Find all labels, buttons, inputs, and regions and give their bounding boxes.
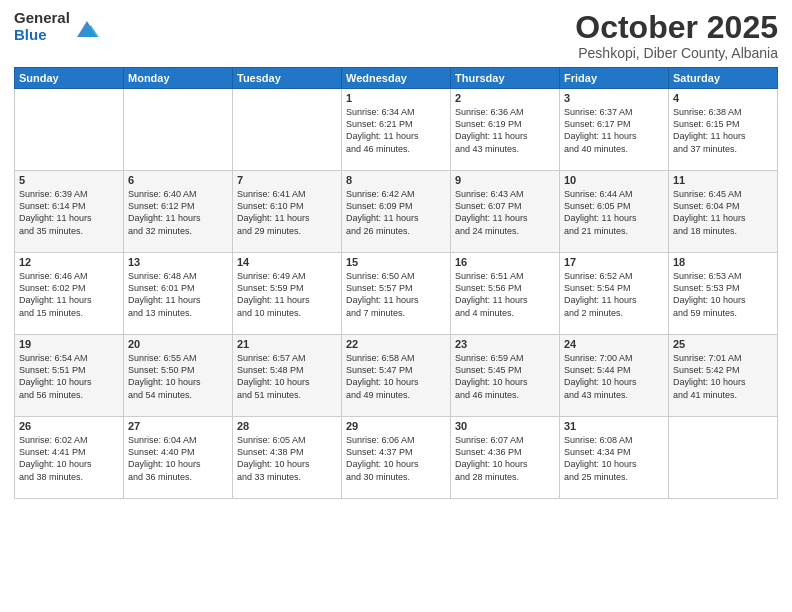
calendar-cell: 5Sunrise: 6:39 AM Sunset: 6:14 PM Daylig… — [15, 171, 124, 253]
day-info: Sunrise: 7:00 AM Sunset: 5:44 PM Dayligh… — [564, 352, 664, 401]
calendar-cell: 13Sunrise: 6:48 AM Sunset: 6:01 PM Dayli… — [124, 253, 233, 335]
day-info: Sunrise: 6:52 AM Sunset: 5:54 PM Dayligh… — [564, 270, 664, 319]
weekday-header-sunday: Sunday — [15, 68, 124, 89]
logo-text: General Blue — [14, 10, 70, 43]
calendar-cell: 12Sunrise: 6:46 AM Sunset: 6:02 PM Dayli… — [15, 253, 124, 335]
subtitle: Peshkopi, Diber County, Albania — [575, 45, 778, 61]
weekday-header-monday: Monday — [124, 68, 233, 89]
calendar-week-row: 1Sunrise: 6:34 AM Sunset: 6:21 PM Daylig… — [15, 89, 778, 171]
day-info: Sunrise: 6:45 AM Sunset: 6:04 PM Dayligh… — [673, 188, 773, 237]
page: General Blue October 2025 Peshkopi, Dibe… — [0, 0, 792, 612]
calendar-cell: 21Sunrise: 6:57 AM Sunset: 5:48 PM Dayli… — [233, 335, 342, 417]
day-number: 13 — [128, 256, 228, 268]
day-number: 8 — [346, 174, 446, 186]
day-info: Sunrise: 7:01 AM Sunset: 5:42 PM Dayligh… — [673, 352, 773, 401]
calendar-cell: 31Sunrise: 6:08 AM Sunset: 4:34 PM Dayli… — [560, 417, 669, 499]
day-number: 27 — [128, 420, 228, 432]
logo-general: General — [14, 10, 70, 27]
day-info: Sunrise: 6:39 AM Sunset: 6:14 PM Dayligh… — [19, 188, 119, 237]
calendar-cell: 11Sunrise: 6:45 AM Sunset: 6:04 PM Dayli… — [669, 171, 778, 253]
calendar-cell: 14Sunrise: 6:49 AM Sunset: 5:59 PM Dayli… — [233, 253, 342, 335]
calendar-cell: 24Sunrise: 7:00 AM Sunset: 5:44 PM Dayli… — [560, 335, 669, 417]
weekday-header-wednesday: Wednesday — [342, 68, 451, 89]
day-info: Sunrise: 6:07 AM Sunset: 4:36 PM Dayligh… — [455, 434, 555, 483]
calendar-cell: 23Sunrise: 6:59 AM Sunset: 5:45 PM Dayli… — [451, 335, 560, 417]
logo: General Blue — [14, 10, 101, 43]
day-number: 7 — [237, 174, 337, 186]
calendar-cell: 30Sunrise: 6:07 AM Sunset: 4:36 PM Dayli… — [451, 417, 560, 499]
calendar-cell: 2Sunrise: 6:36 AM Sunset: 6:19 PM Daylig… — [451, 89, 560, 171]
day-info: Sunrise: 6:46 AM Sunset: 6:02 PM Dayligh… — [19, 270, 119, 319]
day-info: Sunrise: 6:05 AM Sunset: 4:38 PM Dayligh… — [237, 434, 337, 483]
calendar-cell: 25Sunrise: 7:01 AM Sunset: 5:42 PM Dayli… — [669, 335, 778, 417]
calendar-week-row: 26Sunrise: 6:02 AM Sunset: 4:41 PM Dayli… — [15, 417, 778, 499]
calendar-cell: 20Sunrise: 6:55 AM Sunset: 5:50 PM Dayli… — [124, 335, 233, 417]
day-number: 11 — [673, 174, 773, 186]
day-number: 26 — [19, 420, 119, 432]
day-info: Sunrise: 6:04 AM Sunset: 4:40 PM Dayligh… — [128, 434, 228, 483]
calendar-cell: 16Sunrise: 6:51 AM Sunset: 5:56 PM Dayli… — [451, 253, 560, 335]
day-number: 24 — [564, 338, 664, 350]
day-number: 30 — [455, 420, 555, 432]
calendar-cell — [669, 417, 778, 499]
day-number: 2 — [455, 92, 555, 104]
calendar-cell — [233, 89, 342, 171]
calendar-cell: 29Sunrise: 6:06 AM Sunset: 4:37 PM Dayli… — [342, 417, 451, 499]
day-number: 10 — [564, 174, 664, 186]
day-info: Sunrise: 6:59 AM Sunset: 5:45 PM Dayligh… — [455, 352, 555, 401]
calendar-cell: 8Sunrise: 6:42 AM Sunset: 6:09 PM Daylig… — [342, 171, 451, 253]
logo-icon — [73, 15, 101, 43]
day-number: 29 — [346, 420, 446, 432]
day-number: 9 — [455, 174, 555, 186]
day-info: Sunrise: 6:58 AM Sunset: 5:47 PM Dayligh… — [346, 352, 446, 401]
calendar-cell: 15Sunrise: 6:50 AM Sunset: 5:57 PM Dayli… — [342, 253, 451, 335]
calendar-cell: 19Sunrise: 6:54 AM Sunset: 5:51 PM Dayli… — [15, 335, 124, 417]
day-info: Sunrise: 6:06 AM Sunset: 4:37 PM Dayligh… — [346, 434, 446, 483]
day-info: Sunrise: 6:38 AM Sunset: 6:15 PM Dayligh… — [673, 106, 773, 155]
calendar-cell: 6Sunrise: 6:40 AM Sunset: 6:12 PM Daylig… — [124, 171, 233, 253]
day-number: 6 — [128, 174, 228, 186]
calendar-week-row: 12Sunrise: 6:46 AM Sunset: 6:02 PM Dayli… — [15, 253, 778, 335]
calendar-cell: 26Sunrise: 6:02 AM Sunset: 4:41 PM Dayli… — [15, 417, 124, 499]
weekday-header-thursday: Thursday — [451, 68, 560, 89]
calendar-cell: 17Sunrise: 6:52 AM Sunset: 5:54 PM Dayli… — [560, 253, 669, 335]
day-info: Sunrise: 6:49 AM Sunset: 5:59 PM Dayligh… — [237, 270, 337, 319]
day-number: 16 — [455, 256, 555, 268]
day-number: 31 — [564, 420, 664, 432]
day-info: Sunrise: 6:54 AM Sunset: 5:51 PM Dayligh… — [19, 352, 119, 401]
day-info: Sunrise: 6:43 AM Sunset: 6:07 PM Dayligh… — [455, 188, 555, 237]
day-number: 25 — [673, 338, 773, 350]
calendar-week-row: 19Sunrise: 6:54 AM Sunset: 5:51 PM Dayli… — [15, 335, 778, 417]
day-number: 23 — [455, 338, 555, 350]
day-info: Sunrise: 6:57 AM Sunset: 5:48 PM Dayligh… — [237, 352, 337, 401]
calendar-cell: 1Sunrise: 6:34 AM Sunset: 6:21 PM Daylig… — [342, 89, 451, 171]
day-info: Sunrise: 6:37 AM Sunset: 6:17 PM Dayligh… — [564, 106, 664, 155]
calendar-cell: 7Sunrise: 6:41 AM Sunset: 6:10 PM Daylig… — [233, 171, 342, 253]
day-info: Sunrise: 6:40 AM Sunset: 6:12 PM Dayligh… — [128, 188, 228, 237]
calendar-cell — [15, 89, 124, 171]
day-info: Sunrise: 6:51 AM Sunset: 5:56 PM Dayligh… — [455, 270, 555, 319]
day-info: Sunrise: 6:44 AM Sunset: 6:05 PM Dayligh… — [564, 188, 664, 237]
day-number: 12 — [19, 256, 119, 268]
day-info: Sunrise: 6:55 AM Sunset: 5:50 PM Dayligh… — [128, 352, 228, 401]
calendar-cell — [124, 89, 233, 171]
day-info: Sunrise: 6:41 AM Sunset: 6:10 PM Dayligh… — [237, 188, 337, 237]
day-info: Sunrise: 6:48 AM Sunset: 6:01 PM Dayligh… — [128, 270, 228, 319]
month-title: October 2025 — [575, 10, 778, 45]
day-number: 20 — [128, 338, 228, 350]
day-number: 21 — [237, 338, 337, 350]
day-info: Sunrise: 6:34 AM Sunset: 6:21 PM Dayligh… — [346, 106, 446, 155]
day-number: 1 — [346, 92, 446, 104]
calendar-cell: 22Sunrise: 6:58 AM Sunset: 5:47 PM Dayli… — [342, 335, 451, 417]
day-number: 3 — [564, 92, 664, 104]
day-number: 5 — [19, 174, 119, 186]
day-info: Sunrise: 6:36 AM Sunset: 6:19 PM Dayligh… — [455, 106, 555, 155]
header: General Blue October 2025 Peshkopi, Dibe… — [14, 10, 778, 61]
day-number: 22 — [346, 338, 446, 350]
calendar-week-row: 5Sunrise: 6:39 AM Sunset: 6:14 PM Daylig… — [15, 171, 778, 253]
day-info: Sunrise: 6:53 AM Sunset: 5:53 PM Dayligh… — [673, 270, 773, 319]
day-number: 19 — [19, 338, 119, 350]
calendar-table: SundayMondayTuesdayWednesdayThursdayFrid… — [14, 67, 778, 499]
calendar-cell: 9Sunrise: 6:43 AM Sunset: 6:07 PM Daylig… — [451, 171, 560, 253]
calendar-cell: 3Sunrise: 6:37 AM Sunset: 6:17 PM Daylig… — [560, 89, 669, 171]
